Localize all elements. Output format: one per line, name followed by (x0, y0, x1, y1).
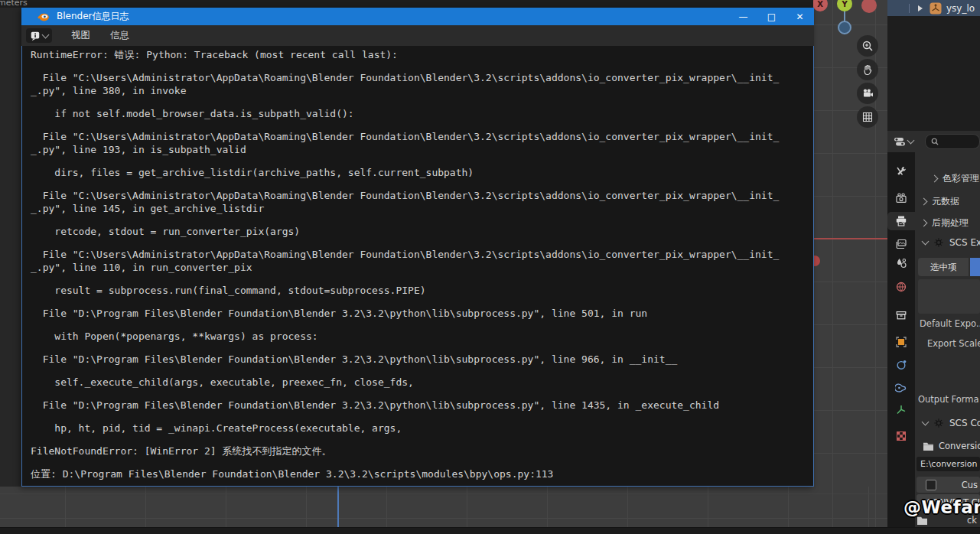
output-format-label: Output Forma (915, 393, 980, 405)
default-export-label: Default Expo.. (915, 317, 980, 330)
tab-tool[interactable] (887, 162, 915, 181)
search-icon (930, 137, 939, 146)
panel-scs-export[interactable]: SCS Exp (915, 232, 980, 253)
properties-editor-type-button[interactable] (892, 135, 915, 149)
conversion-path-field[interactable]: E:\conversion (917, 457, 980, 471)
gizmo-x-axis[interactable]: X (812, 0, 828, 11)
search-input[interactable] (925, 134, 980, 149)
panel-metadata[interactable]: 元数据 (915, 190, 980, 212)
status-strip (0, 527, 980, 534)
gridline (814, 410, 887, 411)
panel-color-management[interactable]: 色彩管理 (915, 168, 980, 189)
log-line: File "C:\Users\Administrator\AppData\Roa… (31, 248, 813, 261)
tab-texture[interactable] (887, 427, 915, 445)
tab-view-layer[interactable] (887, 235, 915, 253)
log-output[interactable]: RuntimeError: 错误: Python: Traceback (mos… (21, 46, 814, 487)
panel-post-processing[interactable]: 后期处理 (915, 212, 980, 233)
maximize-button[interactable]: □ (757, 8, 786, 25)
log-line: File "D:\Program Files\Blender Foundatio… (31, 307, 813, 320)
chevron-right-icon (931, 174, 939, 182)
log-line: _.py", line 193, in is_subpath_valid (31, 143, 813, 156)
tab-object[interactable] (887, 333, 915, 351)
minimize-button[interactable]: — (729, 8, 757, 25)
log-line: _.py", line 145, in get_archive_listdir (31, 202, 813, 215)
gridline (814, 324, 887, 325)
ortho-grid-button[interactable] (857, 106, 878, 128)
gridline (868, 487, 869, 527)
log-line: _.py", line 110, in run_converter_pix (31, 261, 813, 274)
blender-info-log-window: Blender信息日志 — □ ✕ 视图 信息 RuntimeError: 错误… (21, 8, 814, 487)
properties-editor-icon (894, 135, 906, 148)
tab-active-fragment[interactable] (970, 258, 980, 276)
panel-label: 色彩管理 (943, 172, 979, 185)
custom-checkbox-row[interactable]: Cus (917, 477, 980, 493)
magnifier-plus-icon (861, 40, 874, 52)
chevron-right-icon (920, 197, 928, 205)
camera-view-button[interactable] (857, 83, 878, 104)
divider (909, 4, 910, 13)
gridline (875, 0, 876, 534)
panel-label: 元数据 (932, 195, 959, 208)
gridline (627, 487, 628, 527)
pan-button[interactable] (857, 59, 878, 80)
tab-scene[interactable] (887, 254, 915, 272)
info-editor-header: 视图 信息 (21, 25, 814, 46)
gridline (547, 487, 548, 527)
folder-icon (923, 441, 934, 451)
y-axis-line (337, 487, 339, 527)
tab-selected-items[interactable]: 选中项 (918, 258, 969, 276)
window-titlebar[interactable]: Blender信息日志 — □ ✕ (21, 8, 814, 25)
log-line: RuntimeError: 错误: Python: Traceback (mos… (31, 48, 813, 61)
checkbox-label: Cus (962, 480, 980, 490)
export-scope-tabs: 选中项 (918, 258, 980, 276)
chevron-right-icon (920, 219, 928, 226)
background-panel-sliver (0, 8, 21, 487)
chevron-down-icon (42, 31, 50, 38)
close-button[interactable]: ✕ (786, 8, 814, 25)
log-line: _.py", line 380, in invoke (31, 84, 813, 97)
tab-world[interactable] (887, 278, 915, 296)
tab-output[interactable] (887, 212, 915, 230)
export-scale-label: Export Scale (915, 337, 980, 350)
expand-arrow-icon[interactable] (918, 5, 923, 11)
background-editor-strip: meters (0, 0, 813, 8)
gizmo-y-axis[interactable]: Y (837, 0, 852, 11)
tab-constraints[interactable] (887, 379, 915, 397)
gridline (145, 487, 146, 527)
log-line: dirs, files = get_archive_listdir(archiv… (31, 166, 813, 179)
log-line: result = subprocess.run(final_command, s… (31, 284, 813, 297)
export-list-box[interactable] (918, 279, 980, 314)
log-line: retcode, stdout = run_converter_pix(args… (31, 225, 813, 238)
log-line: 位置: D:\Program Files\Blender Foundation\… (31, 467, 813, 480)
blender-logo-icon (37, 11, 50, 23)
outliner-item-label: ysy_lo (946, 3, 975, 14)
camera-icon (861, 87, 874, 99)
tab-object-data[interactable] (887, 400, 915, 418)
log-line: File "C:\Users\Administrator\AppData\Roa… (31, 71, 813, 84)
checkbox-icon[interactable] (926, 480, 936, 490)
menu-info[interactable]: 信息 (100, 29, 139, 42)
conversion-folder-row: Conversio (915, 437, 980, 455)
right-panel-column: ysy_lo (887, 0, 980, 528)
gridline (814, 153, 887, 154)
gridline (467, 487, 467, 527)
gridline (832, 0, 833, 534)
panel-scs-conversion[interactable]: SCS Co (915, 412, 980, 434)
menu-view[interactable]: 视图 (61, 29, 100, 42)
tab-collection[interactable] (887, 306, 915, 324)
log-line: self._execute_child(args, executable, pr… (31, 376, 813, 389)
tab-render[interactable] (887, 189, 915, 207)
log-line: hp, ht, pid, tid = _winapi.CreateProcess… (31, 422, 813, 435)
grid-icon (861, 111, 874, 123)
log-line: File "C:\Users\Administrator\AppData\Roa… (31, 130, 813, 143)
tab-physics[interactable] (887, 356, 915, 374)
window-title: Blender信息日志 (57, 10, 129, 23)
gridline (814, 453, 887, 454)
gridline (814, 196, 887, 197)
gizmo-neg-axis[interactable] (861, 0, 877, 13)
outliner-selected-row[interactable]: ysy_lo (887, 0, 980, 16)
gizmo-z-axis[interactable] (838, 21, 851, 34)
editor-type-button[interactable] (26, 28, 52, 43)
conversion-label: Conversio (939, 441, 980, 451)
zoom-button[interactable] (857, 35, 878, 57)
